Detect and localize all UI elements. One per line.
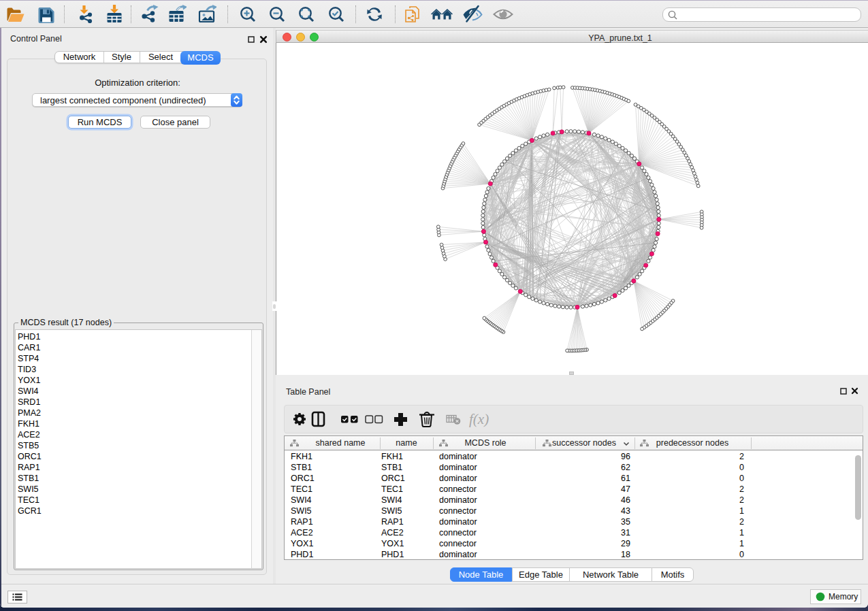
- svg-text:f(x): f(x): [469, 411, 489, 427]
- svg-text:Memory: Memory: [829, 592, 858, 601]
